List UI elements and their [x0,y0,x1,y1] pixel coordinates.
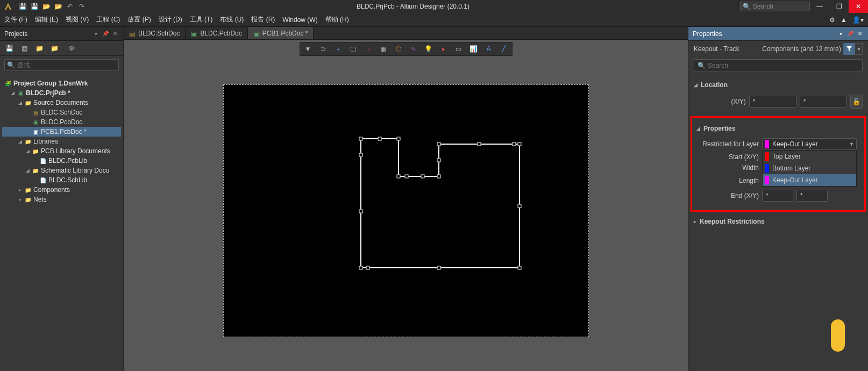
filter-icon[interactable]: ▼ [303,44,313,54]
tree-pcb1[interactable]: ▣PCB1.PcbDoc * [2,127,121,137]
align-icon[interactable]: ⫞ [364,44,373,54]
menu-window[interactable]: Window (W) [282,16,317,24]
menu-view[interactable]: 视图 (V) [66,15,89,24]
selection-handle[interactable] [359,137,362,141]
selection-handle[interactable] [396,175,400,179]
section-properties-header[interactable]: ◢Properties [694,121,862,136]
notifications-icon[interactable]: ▲ [841,16,847,24]
qat-redo-icon[interactable]: ↷ [77,2,86,11]
selection-handle[interactable] [517,266,521,270]
close-button[interactable]: ✕ [849,0,868,13]
panel-menu-button[interactable]: ▾ [837,30,844,38]
layer-option-bottom[interactable]: Bottom Layer [763,162,856,174]
selection-handle[interactable] [404,175,408,179]
save-icon[interactable]: 💾 [4,44,14,53]
poly-icon[interactable]: ⬡ [394,44,403,54]
qat-saveall-icon[interactable]: 💾 [30,2,39,11]
selection-handle[interactable] [359,210,362,213]
y-input[interactable]: * [800,96,847,108]
chart-icon[interactable]: 📊 [469,44,479,54]
tree-group[interactable]: 🧩Project Group 1.DsnWrk [2,79,121,88]
pcb-board[interactable] [223,84,589,337]
tree-schdoc[interactable]: ▤BLDC.SchDoc [2,108,121,117]
rect-icon[interactable]: ▢ [348,44,358,54]
board-icon[interactable]: ▭ [454,44,464,54]
panel-close-button[interactable]: ✕ [111,30,119,38]
selection-handle[interactable] [437,142,440,146]
projects-search-field[interactable] [17,61,116,69]
selection-handle[interactable] [359,266,362,270]
line-icon[interactable]: ╱ [499,44,509,54]
section-location-header[interactable]: ◢Location [688,77,868,92]
selection-handle[interactable] [359,153,362,157]
selection-handle[interactable] [512,142,516,146]
tree-components[interactable]: ▸📁Components [2,185,121,195]
menu-reports[interactable]: 报告 (R) [251,15,275,24]
text-icon[interactable]: A [484,44,494,54]
tab-schdoc[interactable]: ▤BLDC.SchDoc [124,27,186,39]
panel-pin-button[interactable]: 📌 [102,30,109,38]
bulb-icon[interactable]: 💡 [424,44,433,54]
gear-icon[interactable]: ⚙ [67,44,76,53]
selection-handle[interactable] [437,159,440,162]
tree-pcbdoc[interactable]: ▣BLDC.PcbDoc [2,117,121,127]
properties-search-input[interactable]: 🔍 [694,59,863,72]
panel-close-button[interactable]: ✕ [856,30,864,38]
filter-dropdown-button[interactable]: ▾ [855,43,863,55]
layer-option-keepout[interactable]: Keep-Out Layer [763,174,856,186]
menu-file[interactable]: 文件 (F) [4,15,27,24]
menu-design[interactable]: 设计 (D) [159,15,182,24]
qat-openprj-icon[interactable]: 📂 [54,2,62,11]
selection-handle[interactable] [437,266,440,270]
folder-refresh-icon[interactable]: 📁 [49,44,59,53]
tree-project[interactable]: ◢▣BLDC.PrjPcb * [2,88,121,98]
menu-tools[interactable]: 工具 (T) [190,15,213,24]
selection-handle[interactable] [421,175,424,179]
selection-handle[interactable] [366,266,369,270]
selection-handle[interactable] [517,142,521,146]
selection-handle[interactable] [437,175,440,179]
qat-open-icon[interactable]: 📂 [42,2,51,11]
settings-icon[interactable]: ⚙ [829,16,835,24]
menu-route[interactable]: 布线 (U) [220,15,244,24]
canvas[interactable]: ▼ ⊃ ＋ ▢ ⫞ ▦ ⬡ ∿ 💡 ▸ ▭ 📊 A ╱ [124,40,688,371]
panel-menu-button[interactable]: ▾ [92,30,99,38]
qat-save-icon[interactable]: 💾 [18,2,27,11]
tree-pcblibdocs[interactable]: ◢📁PCB Library Documents [2,146,121,156]
maximize-button[interactable]: ❐ [829,0,849,13]
tab-pcbdoc[interactable]: ▣BLDC.PcbDoc [186,27,247,39]
layer-dropdown[interactable]: Keep-Out Layer ▼ Top Layer Bottom Layer … [762,138,857,150]
arc-icon[interactable]: ∿ [409,44,418,54]
projects-search-input[interactable]: 🔍 [4,59,119,71]
selection-handle[interactable] [396,137,400,141]
plus-icon[interactable]: ＋ [333,44,343,54]
selection-handle[interactable] [517,204,521,208]
compile-icon[interactable]: ▦ [19,44,29,53]
tree-schlib[interactable]: 📄BLDC.SchLib [2,175,121,185]
selection-handle[interactable] [477,142,481,146]
selection-handle[interactable] [378,137,381,141]
global-search-input[interactable]: 🔍 Search [740,2,810,11]
menu-place[interactable]: 放置 (P) [127,15,151,24]
flag-icon[interactable]: ▸ [439,44,449,54]
tree-schlibdocs[interactable]: ◢📁Schematic Library Docu [2,166,121,175]
minimize-button[interactable]: — [810,0,829,13]
layer-option-top[interactable]: Top Layer [763,151,856,162]
endx-input[interactable]: * [762,190,793,202]
tree-libraries[interactable]: ◢📁Libraries [2,137,121,146]
folder-add-icon[interactable]: 📁 [34,44,44,53]
endy-input[interactable]: * [796,190,828,202]
x-input[interactable]: * [749,96,796,108]
snap-icon[interactable]: ⊃ [318,44,328,54]
filter-button[interactable] [843,43,855,55]
lock-button[interactable]: 🔓 [850,95,863,109]
user-icon[interactable]: 👤▾ [852,16,864,24]
tree-pcblib[interactable]: 📄BLDC.PcbLib [2,156,121,166]
section-keepout-header[interactable]: ▸Keepout Restrictions [688,214,868,229]
tab-pcb1[interactable]: ▣PCB1.PcbDoc * [248,27,314,39]
panel-pin-button[interactable]: 📌 [846,30,854,38]
tree-nets[interactable]: ▸📁Nets [2,195,121,204]
qat-undo-icon[interactable]: ↶ [66,2,74,11]
grid-icon[interactable]: ▦ [379,44,388,54]
menu-help[interactable]: 帮助 (H) [325,15,349,24]
